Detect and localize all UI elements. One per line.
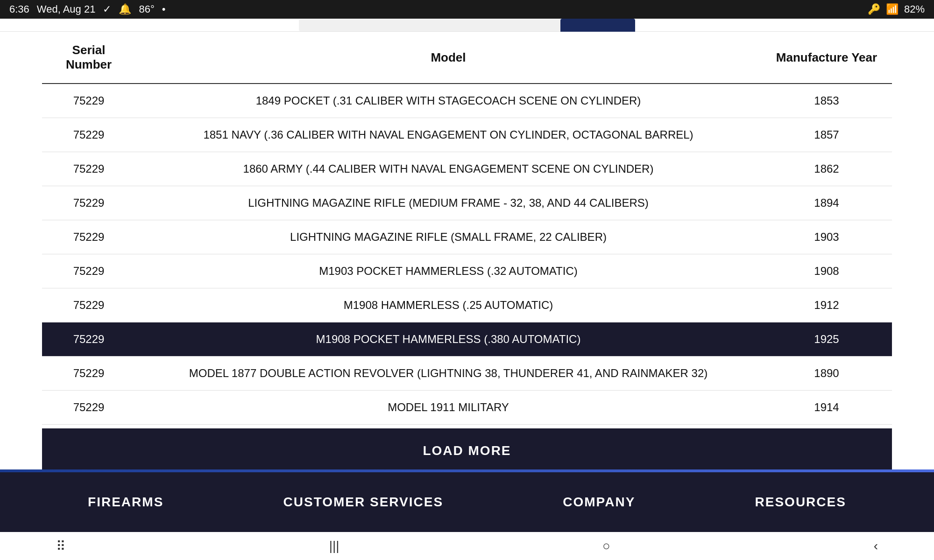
model-cell: 1851 NAVY (.36 CALIBER WITH NAVAL ENGAGE… [135, 118, 761, 152]
model-cell: LIGHTNING MAGAZINE RIFLE (MEDIUM FRAME -… [135, 186, 761, 220]
model-cell: 1849 POCKET (.31 CALIBER WITH STAGECOACH… [135, 84, 761, 118]
footer: FIREARMS CUSTOMER SERVICES COMPANY RESOU… [0, 469, 934, 532]
serial-number-header: Serial Number [42, 32, 135, 84]
table-row[interactable]: 75229MODEL 1877 DOUBLE ACTION REVOLVER (… [42, 357, 892, 391]
table-row[interactable]: 75229LIGHTNING MAGAZINE RIFLE (MEDIUM FR… [42, 186, 892, 220]
manufacture-year-cell: 1914 [761, 391, 892, 425]
serial-number-cell: 75229 [42, 118, 135, 152]
date-display: Wed, Aug 21 [37, 3, 96, 15]
check-icon: ✓ [103, 3, 111, 15]
model-cell: 1860 ARMY (.44 CALIBER WITH NAVAL ENGAGE… [135, 152, 761, 186]
active-tab[interactable] [560, 19, 635, 32]
footer-nav: FIREARMS CUSTOMER SERVICES COMPANY RESOU… [0, 472, 934, 532]
android-recent-icon[interactable]: ||| [329, 539, 340, 553]
footer-nav-resources[interactable]: RESOURCES [755, 495, 846, 510]
table-row[interactable]: 75229M1908 POCKET HAMMERLESS (.380 AUTOM… [42, 322, 892, 357]
model-cell: MODEL 1911 MILITARY [135, 391, 761, 425]
load-more-container: LOAD MORE [0, 428, 934, 473]
manufacture-year-cell: 1862 [761, 152, 892, 186]
model-cell: MODEL 1877 DOUBLE ACTION REVOLVER (LIGHT… [135, 357, 761, 391]
temp-display: 86° [139, 3, 154, 15]
table-row[interactable]: 75229M1903 POCKET HAMMERLESS (.32 AUTOMA… [42, 254, 892, 288]
status-bar-left: 6:36 Wed, Aug 21 ✓ 🔔 86° • [9, 3, 165, 15]
time-display: 6:36 [9, 3, 29, 15]
android-back-icon[interactable]: ‹ [874, 539, 878, 553]
manufacture-year-cell: 1894 [761, 186, 892, 220]
android-nav-bar: ⠿ ||| ○ ‹ [0, 532, 934, 560]
table-container: Serial Number Model Manufacture Year 752… [0, 32, 934, 425]
footer-nav-customer-services[interactable]: CUSTOMER SERVICES [283, 495, 444, 510]
serial-number-cell: 75229 [42, 391, 135, 425]
serial-number-cell: 75229 [42, 220, 135, 254]
android-home-icon[interactable]: ○ [602, 539, 610, 553]
table-header-row: Serial Number Model Manufacture Year [42, 32, 892, 84]
model-cell: M1908 HAMMERLESS (.25 AUTOMATIC) [135, 288, 761, 322]
manufacture-year-header: Manufacture Year [761, 32, 892, 84]
search-bar[interactable] [299, 19, 560, 31]
serial-number-cell: 75229 [42, 357, 135, 391]
manufacture-year-cell: 1912 [761, 288, 892, 322]
serial-number-cell: 75229 [42, 152, 135, 186]
manufacture-year-cell: 1925 [761, 322, 892, 357]
model-header: Model [135, 32, 761, 84]
footer-nav-firearms[interactable]: FIREARMS [88, 495, 163, 510]
status-bar-right: 🔑 📶 82% [868, 3, 925, 15]
load-more-button[interactable]: LOAD MORE [42, 428, 892, 473]
serial-number-cell: 75229 [42, 186, 135, 220]
manufacture-year-cell: 1903 [761, 220, 892, 254]
data-table: Serial Number Model Manufacture Year 752… [42, 32, 892, 425]
manufacture-year-cell: 1853 [761, 84, 892, 118]
table-row[interactable]: 75229LIGHTNING MAGAZINE RIFLE (SMALL FRA… [42, 220, 892, 254]
serial-number-cell: 75229 [42, 322, 135, 357]
model-cell: M1903 POCKET HAMMERLESS (.32 AUTOMATIC) [135, 254, 761, 288]
serial-number-cell: 75229 [42, 254, 135, 288]
manufacture-year-cell: 1908 [761, 254, 892, 288]
table-row[interactable]: 752291851 NAVY (.36 CALIBER WITH NAVAL E… [42, 118, 892, 152]
status-bar: 6:36 Wed, Aug 21 ✓ 🔔 86° • 🔑 📶 82% [0, 0, 934, 19]
serial-number-cell: 75229 [42, 84, 135, 118]
top-nav [0, 19, 934, 32]
footer-nav-company[interactable]: COMPANY [563, 495, 635, 510]
model-cell: LIGHTNING MAGAZINE RIFLE (SMALL FRAME, 2… [135, 220, 761, 254]
manufacture-year-cell: 1890 [761, 357, 892, 391]
wifi-icon: 📶 [886, 3, 899, 15]
key-icon: 🔑 [868, 3, 880, 15]
table-row[interactable]: 75229M1908 HAMMERLESS (.25 AUTOMATIC)191… [42, 288, 892, 322]
model-cell: M1908 POCKET HAMMERLESS (.380 AUTOMATIC) [135, 322, 761, 357]
serial-number-cell: 75229 [42, 288, 135, 322]
battery-display: 82% [904, 3, 925, 15]
table-row[interactable]: 752291849 POCKET (.31 CALIBER WITH STAGE… [42, 84, 892, 118]
dot-icon: • [162, 3, 166, 15]
table-row[interactable]: 75229MODEL 1911 MILITARY1914 [42, 391, 892, 425]
android-menu-icon[interactable]: ⠿ [56, 539, 66, 554]
bell-icon: 🔔 [119, 3, 131, 15]
manufacture-year-cell: 1857 [761, 118, 892, 152]
table-row[interactable]: 752291860 ARMY (.44 CALIBER WITH NAVAL E… [42, 152, 892, 186]
